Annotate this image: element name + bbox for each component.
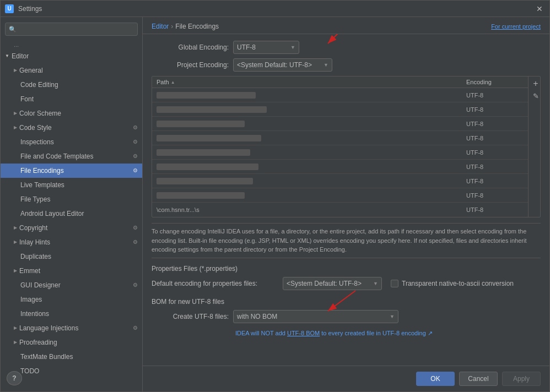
sidebar-item-code-editing[interactable]: Code Editing [1, 78, 142, 92]
sidebar-item-language-injections[interactable]: ▶ Language Injections ⚙ [1, 321, 142, 335]
encoding-column-header[interactable]: Encoding [462, 77, 528, 88]
sidebar-item-duplicates[interactable]: Duplicates [1, 249, 142, 264]
sidebar-item-label: Copyright [19, 222, 47, 234]
sidebar-item-emmet[interactable]: ▶ Emmet [1, 264, 142, 278]
path-cell [152, 162, 462, 171]
sidebar-item-gui-designer[interactable]: GUI Designer ⚙ [1, 278, 142, 292]
default-encoding-row-container: Default encoding for properties files: <… [152, 277, 541, 290]
table-row[interactable]: \com.hsnn.tr...\s UTF-8 [152, 203, 528, 217]
close-button[interactable]: ✕ [534, 3, 545, 14]
settings-icon: ⚙ [133, 136, 138, 148]
search-input[interactable] [19, 25, 134, 33]
sidebar-item-inlay-hints[interactable]: ▶ Inlay Hints ⚙ [1, 235, 142, 249]
add-row-button[interactable]: + [530, 78, 541, 90]
apply-button[interactable]: Apply [502, 372, 541, 386]
breadcrumb: Editor › File Encodings [152, 23, 219, 30]
encoding-cell: UTF-8 [462, 91, 528, 100]
app-icon: U [5, 4, 14, 13]
sidebar-item-label: Editor [12, 50, 29, 62]
blurred-path [157, 106, 267, 113]
expand-triangle-icon: ▶ [14, 107, 17, 119]
blurred-path [157, 164, 258, 170]
create-utf8-row: Create UTF-8 files: with NO BOM ▼ [152, 310, 541, 323]
global-encoding-section: Global Encoding: UTF-8 ▼ [152, 41, 541, 72]
project-encoding-dropdown[interactable]: <System Default: UTF-8> ▼ [233, 58, 332, 72]
bom-section: BOM for new UTF-8 files Create UTF-8 fil… [152, 298, 541, 339]
table-row[interactable]: UTF-8 [152, 131, 528, 145]
transparent-checkbox-label[interactable]: Transparent native-to-ascii conversion [391, 280, 514, 287]
default-encoding-dropdown[interactable]: <System Default: UTF-8> ▼ [283, 277, 382, 290]
breadcrumb-parent[interactable]: Editor [152, 23, 169, 30]
sidebar-item-label: TODO [20, 365, 39, 377]
path-cell [152, 119, 462, 128]
sidebar-item-images[interactable]: Images [1, 292, 142, 307]
project-encoding-label: Project Encoding: [152, 61, 229, 69]
path-cell [152, 148, 462, 157]
encoding-cell: UTF-8 [462, 119, 528, 128]
path-cell [152, 133, 462, 143]
create-utf8-value: with NO BOM [237, 313, 387, 320]
table-row[interactable]: UTF-8 [152, 88, 528, 102]
edit-row-button[interactable]: ✎ [530, 91, 541, 101]
sidebar-item-label: Color Scheme [19, 107, 61, 119]
sidebar-item-proofreading[interactable]: ▶ Proofreading [1, 335, 142, 350]
collapse-triangle-icon: ▼ [5, 50, 9, 62]
sidebar-item-file-encodings[interactable]: File Encodings ⚙ [1, 164, 142, 178]
table-row[interactable]: UTF-8 [152, 160, 528, 174]
path-cell [152, 176, 462, 186]
breadcrumb-separator: › [171, 23, 173, 30]
svg-line-1 [328, 34, 344, 43]
global-encoding-label: Global Encoding: [152, 43, 229, 51]
nav-ellipsis: ... [1, 40, 142, 49]
table-row[interactable]: UTF-8 [152, 174, 528, 188]
table-row[interactable]: UTF-8 [152, 117, 528, 131]
for-current-project-link[interactable]: For current project [491, 23, 541, 30]
encoding-cell: UTF-8 [462, 148, 528, 157]
sidebar-item-android-layout-editor[interactable]: Android Layout Editor [1, 206, 142, 221]
sidebar-item-file-types[interactable]: File Types [1, 192, 142, 206]
sidebar-item-label: Intentions [20, 308, 49, 320]
sidebar-item-editor[interactable]: ▼ Editor [1, 49, 142, 63]
default-encoding-label: Default encoding for properties files: [152, 280, 278, 287]
sidebar-item-code-style[interactable]: ▶ Code Style ⚙ [1, 121, 142, 135]
sidebar-item-label: File Types [20, 193, 50, 205]
table-row[interactable]: UTF-8 [152, 145, 528, 160]
sidebar-item-textmate-bundles[interactable]: TextMate Bundles [1, 350, 142, 364]
sidebar-item-font[interactable]: Font [1, 92, 142, 106]
cancel-button[interactable]: Cancel [459, 372, 498, 386]
search-icon: 🔍 [9, 26, 17, 33]
table-row[interactable]: UTF-8 [152, 188, 528, 203]
expand-triangle-icon: ▶ [14, 122, 17, 134]
path-column-header[interactable]: Path ▲ [152, 77, 462, 88]
bom-section-title: BOM for new UTF-8 files [152, 298, 541, 306]
sidebar-item-label: File Encodings [20, 165, 64, 177]
sidebar-item-file-and-code-templates[interactable]: File and Code Templates ⚙ [1, 149, 142, 164]
sidebar-item-label: Code Editing [20, 79, 58, 91]
table-row[interactable]: UTF-8 [152, 102, 528, 117]
create-utf8-dropdown[interactable]: with NO BOM ▼ [233, 310, 398, 323]
titlebar: U Settings ✕ [1, 1, 549, 17]
sidebar-item-label: Emmet [19, 265, 40, 277]
sidebar-item-label: Proofreading [19, 336, 57, 349]
sidebar-item-inspections[interactable]: Inspections ⚙ [1, 135, 142, 149]
sidebar-item-color-scheme[interactable]: ▶ Color Scheme [1, 106, 142, 121]
blurred-path [157, 178, 253, 184]
sidebar-item-label: Inspections [20, 136, 54, 148]
sort-icon: ▲ [171, 80, 175, 85]
transparent-checkbox[interactable] [391, 280, 398, 287]
red-arrow-indicator [311, 34, 355, 46]
sidebar-item-intentions[interactable]: Intentions [1, 307, 142, 321]
settings-icon: ⚙ [133, 222, 138, 234]
global-encoding-dropdown[interactable]: UTF-8 ▼ [233, 41, 299, 54]
info-text: To change encoding IntelliJ IDEA uses fo… [152, 223, 541, 258]
sidebar-item-copyright[interactable]: ▶ Copyright ⚙ [1, 221, 142, 235]
expand-triangle-icon: ▶ [14, 322, 17, 334]
sidebar-item-general[interactable]: ▶ General [1, 63, 142, 78]
search-box[interactable]: 🔍 [5, 23, 138, 36]
utf8-bom-link[interactable]: UTF-8 BOM [287, 330, 320, 336]
ok-button[interactable]: OK [416, 372, 455, 386]
main-content: 🔍 ... ▼ Editor ▶ General Code Editing Fo… [1, 17, 549, 391]
encoding-cell: UTF-8 [462, 205, 528, 214]
sidebar-item-live-templates[interactable]: Live Templates [1, 178, 142, 192]
expand-triangle-icon: ▶ [14, 265, 17, 277]
